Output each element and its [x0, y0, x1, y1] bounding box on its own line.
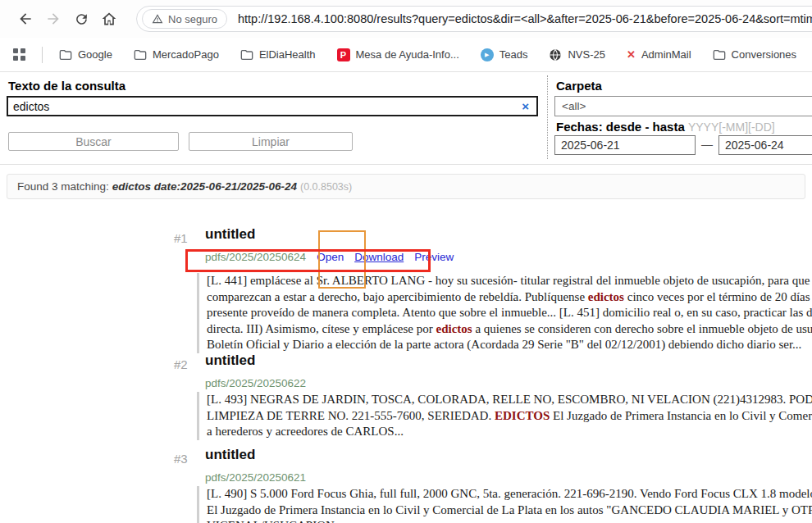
home-icon[interactable]: [95, 5, 123, 33]
bookmark-label: Teads: [500, 48, 528, 61]
result-actions-row: pdfs/2025/20250622: [205, 377, 306, 389]
results-query-text: edictos date:2025-06-21/2025-06-24: [112, 180, 297, 193]
bookmark-nvs-25[interactable]: NVS-25: [549, 48, 605, 61]
bookmark-label: AdminMail: [641, 48, 691, 61]
folder-icon: [240, 48, 253, 61]
apps-grid-icon[interactable]: [13, 48, 25, 61]
clear-query-icon[interactable]: ×: [514, 99, 536, 113]
date-from-input[interactable]: [554, 135, 696, 155]
result-snippet: [L. 441] emplácese al Sr. ALBERTO LANG -…: [197, 273, 812, 353]
globe-icon: [549, 48, 562, 61]
security-chip-label: No seguro: [168, 13, 217, 25]
result-path: pdfs/2025/20250624: [205, 251, 306, 263]
security-chip[interactable]: No seguro: [142, 9, 227, 29]
folder-icon: [134, 48, 147, 61]
results-time-text: (0.0.8503s): [300, 181, 352, 193]
dates-label: Fechas: desde - hasta YYYY[-MM][-DD]: [556, 120, 775, 134]
result-snippet: [L. 493] NEGRAS DE JARDIN, TOSCA, COLORA…: [197, 392, 812, 440]
result-snippet: [L. 490] S 5.000 Ford Focus Ghia, full f…: [197, 486, 812, 523]
bookmark-label: Mesa de Ayuda-Info...: [356, 48, 459, 61]
result-path: pdfs/2025/20250621: [205, 471, 306, 484]
date-to-input[interactable]: [718, 135, 812, 155]
bookmark-label: MercadoPago: [153, 48, 219, 61]
warning-icon: [152, 13, 163, 25]
result-path: pdfs/2025/20250622: [205, 377, 306, 389]
result-number: #2: [174, 357, 188, 371]
mesa-ayuda-icon: P: [337, 48, 350, 61]
result-title: untitled: [205, 447, 255, 463]
bookmark-label: Google: [78, 48, 112, 61]
reset-button[interactable]: Limpiar: [189, 132, 353, 151]
query-label: Texto de la consulta: [8, 79, 125, 93]
form-divider: [547, 75, 548, 159]
forward-icon[interactable]: [39, 5, 67, 33]
result-title: untitled: [205, 352, 255, 369]
browser-toolbar: No seguro http://192.168.4.100:8080/resu…: [0, 0, 812, 38]
url-text[interactable]: http://192.168.4.100:8080/results?query=…: [238, 12, 812, 25]
dates-format-hint: YYYY[-MM][-DD]: [688, 121, 775, 134]
address-bar[interactable]: No seguro http://192.168.4.100:8080/resu…: [136, 6, 812, 32]
bookmark-label: NVS-25: [568, 48, 605, 61]
bookmark-conversiones[interactable]: Conversiones: [713, 48, 797, 61]
search-input[interactable]: [8, 100, 514, 113]
bookmark-google[interactable]: Google: [59, 48, 112, 61]
mail-x-icon: ✕: [627, 48, 636, 61]
result-number: #1: [174, 231, 188, 245]
bookmark-label: Conversiones: [732, 48, 797, 61]
bookmark-label: ElDiaHealth: [259, 48, 316, 61]
bookmark-adminmail[interactable]: ✕ AdminMail: [627, 48, 691, 61]
search-button[interactable]: Buscar: [8, 132, 179, 151]
result-number: #3: [174, 452, 188, 466]
teads-icon: ▶: [481, 48, 494, 61]
result-title: untitled: [205, 226, 255, 243]
results-summary-bar: Found 3 matching: edictos date:2025-06-2…: [7, 174, 805, 199]
bookmarks-separator: [42, 47, 43, 63]
back-icon[interactable]: [11, 5, 39, 33]
result-actions-row: pdfs/2025/20250624 Open Download Preview: [205, 251, 454, 263]
bookmark-mercadopago[interactable]: MercadoPago: [134, 48, 219, 61]
bookmark-mesa-de-ayuda[interactable]: P Mesa de Ayuda-Info...: [337, 48, 459, 61]
folder-icon: [59, 48, 72, 61]
folder-icon: [713, 48, 726, 61]
query-input-box: ×: [7, 96, 538, 116]
search-form: Texto de la consulta × Buscar Limpiar Ca…: [0, 72, 812, 165]
bookmark-teads[interactable]: ▶ Teads: [481, 48, 528, 61]
open-link[interactable]: Open: [317, 251, 344, 263]
bookmark-eldiahealth[interactable]: ElDiaHealth: [240, 48, 316, 61]
folder-label: Carpeta: [556, 79, 602, 93]
dates-label-text: Fechas: desde - hasta: [556, 120, 685, 134]
result-actions-row: pdfs/2025/20250621: [205, 471, 306, 484]
results-count-text: Found 3 matching:: [17, 180, 109, 193]
refresh-icon[interactable]: [67, 5, 95, 33]
folder-select[interactable]: <all>: [554, 96, 812, 116]
date-range-separator: —: [701, 138, 713, 151]
preview-link[interactable]: Preview: [414, 251, 454, 263]
bookmarks-bar: Google MercadoPago ElDiaHealth P Mesa de…: [0, 38, 812, 72]
download-link[interactable]: Download: [354, 251, 404, 263]
